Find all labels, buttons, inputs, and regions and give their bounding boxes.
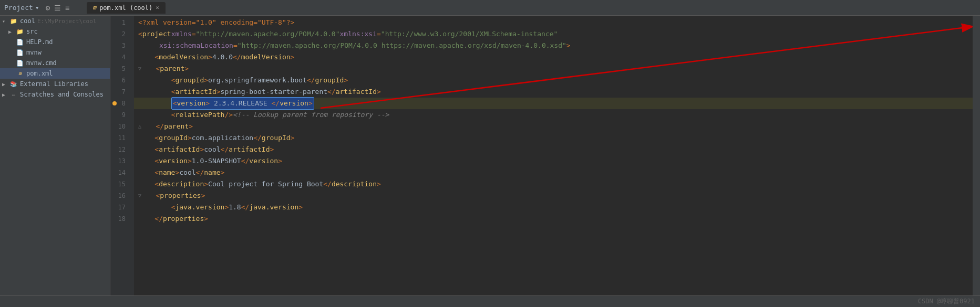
code-line-12: <artifactId> cool </artifactId>	[134, 144, 973, 155]
sidebar-item-cool-root[interactable]: ▾ 📁 cool E:\MyProject\cool	[0, 16, 110, 26]
line-num-1: 1	[110, 17, 130, 28]
sidebar-item-mvnw-cmd[interactable]: 📄 mvnw.cmd	[0, 58, 110, 68]
md-icon-help: 📄	[16, 38, 24, 46]
attr-xmlns-xsi: xmlns:xsi	[340, 28, 377, 40]
sidebar-item-scratches[interactable]: ▶ ✏ Scratches and Consoles	[0, 89, 110, 100]
sidebar-item-label-scratches: Scratches and Consoles	[20, 91, 104, 98]
cool-path: E:\MyProject\cool	[37, 18, 97, 25]
sidebar-item-label-cool: cool	[20, 17, 35, 25]
sidebar-item-label-pom: pom.xml	[26, 70, 53, 77]
settings-icon[interactable]: ⚙	[46, 4, 50, 12]
layout-icon[interactable]: ☰	[54, 4, 61, 12]
code-line-8: <version> 2.3.4.RELEASE </version>	[134, 98, 973, 109]
bracket-2a: <	[138, 28, 142, 40]
line-num-14: 14	[110, 167, 130, 178]
right-gutter	[973, 16, 980, 295]
line-num-16: 16	[110, 190, 130, 202]
pom-xml-tab[interactable]: m pom.xml (cool) ×	[87, 2, 166, 14]
file-icon-mvnw: 📄	[16, 48, 24, 57]
sidebar-item-src[interactable]: ▶ 📁 src	[0, 26, 110, 37]
sidebar-item-external-libs[interactable]: ▶ 📚 External Libraries	[0, 79, 110, 89]
sidebar-item-label-mvnwcmd: mvnw.cmd	[26, 59, 57, 67]
code-content[interactable]: <?xml version="1.0" encoding="UTF-8"?> <…	[134, 16, 973, 295]
tab-close-button[interactable]: ×	[156, 4, 159, 11]
line-num-15: 15	[110, 178, 130, 190]
folder-icon-cool: 📁	[9, 17, 18, 25]
sidebar-item-pom-xml[interactable]: m pom.xml	[0, 68, 110, 79]
tag-project: project	[142, 28, 171, 40]
sidebar-item-help-md[interactable]: 📄 HELP.md	[0, 37, 110, 47]
code-line-2: <project xmlns="http://maven.apache.org/…	[134, 28, 973, 40]
xml-tab-icon: m	[93, 4, 97, 11]
folder-icon-src: 📁	[16, 27, 24, 36]
fold-marker-5[interactable]: ▽	[138, 63, 141, 75]
code-line-18: </properties>	[134, 213, 973, 225]
line-num-13: 13	[110, 155, 130, 167]
tab-label: pom.xml (cool)	[99, 4, 152, 12]
sidebar-item-label-extlibs: External Libraries	[20, 80, 88, 88]
tab-bar: m pom.xml (cool) ×	[87, 2, 166, 14]
project-label-text: Project	[4, 4, 33, 12]
code-line-7: <artifactId> spring-boot-starter-parent …	[134, 86, 973, 98]
line-num-10: 10	[110, 121, 130, 132]
cmd-icon-mvnw: 📄	[16, 59, 24, 67]
line-num-12: 12	[110, 144, 130, 155]
line-numbers: 1 2 3 4 5 6 7 8 9 10 11 12 13 14 15 16 1…	[110, 16, 134, 295]
expand-arrow-src: ▶	[8, 29, 15, 35]
title-bar-left: Project ▾ ⚙ ☰ ≡ m pom.xml (cool) ×	[4, 2, 166, 14]
sidebar-item-mvnw[interactable]: 📄 mvnw	[0, 47, 110, 58]
xml-icon-pom: m	[16, 69, 24, 78]
sidebar-item-label-help: HELP.md	[26, 38, 53, 46]
code-line-10: △ </parent>	[134, 121, 973, 132]
sidebar: ▾ 📁 cool E:\MyProject\cool ▶ 📁 src 📄 HEL…	[0, 16, 110, 295]
code-line-11: <groupId> com.application </groupId>	[134, 132, 973, 144]
config-icon[interactable]: ≡	[65, 4, 69, 12]
version-highlight-box: <version> 2.3.4.RELEASE </version>	[171, 97, 314, 110]
line-num-9: 9	[110, 109, 130, 121]
line-num-8: 8	[110, 98, 130, 109]
line-num-18: 18	[110, 213, 130, 225]
code-line-6: <groupId> org.springframework.boot </gro…	[134, 75, 973, 86]
code-line-5: ▽ <parent>	[134, 63, 973, 75]
line-num-17: 17	[110, 202, 130, 213]
code-line-13: <version> 1.0-SNAPSHOT </version>	[134, 155, 973, 167]
line-num-5: 5	[110, 63, 130, 75]
project-dropdown-arrow: ▾	[35, 4, 39, 12]
code-line-4: <modelVersion> 4.0.0 </modelVersion>	[134, 51, 973, 63]
lib-icon-external: 📚	[9, 80, 18, 88]
code-line-3: xsi:schemaLocation="http://maven.apache.…	[134, 40, 973, 51]
title-bar: Project ▾ ⚙ ☰ ≡ m pom.xml (cool) ×	[0, 0, 980, 16]
xml-decl-1: <?xml version="1.0" encoding="UTF-8"?>	[138, 17, 294, 28]
line-num-3: 3	[110, 40, 130, 51]
code-line-9: <relativePath/> <!-- Lookup parent from …	[134, 109, 973, 121]
sidebar-item-label-src: src	[26, 28, 38, 35]
attr-xsi-schema: xsi:schemaLocation	[159, 40, 233, 51]
expand-arrow-scratches: ▶	[2, 92, 8, 98]
status-bar: CSDN @哼聊普0921	[0, 295, 980, 307]
main-layout: ▾ 📁 cool E:\MyProject\cool ▶ 📁 src 📄 HEL…	[0, 16, 980, 295]
line-num-2: 2	[110, 28, 130, 40]
line-num-11: 11	[110, 132, 130, 144]
fold-marker-16[interactable]: ▽	[138, 190, 141, 202]
code-line-1: <?xml version="1.0" encoding="UTF-8"?>	[134, 17, 973, 28]
project-dropdown[interactable]: Project ▾	[4, 4, 39, 12]
code-line-14: <name> cool </name>	[134, 167, 973, 178]
watermark-text: CSDN @哼聊普0921	[918, 297, 975, 306]
expand-arrow-cool: ▾	[2, 18, 8, 24]
code-line-16: ▽ <properties>	[134, 190, 973, 202]
line-num-4: 4	[110, 51, 130, 63]
fold-marker-10[interactable]: △	[138, 121, 141, 132]
line-num-7: 7	[110, 86, 130, 98]
sidebar-item-label-mvnw: mvnw	[26, 49, 42, 56]
toolbar-icons: ⚙ ☰ ≡	[46, 4, 70, 12]
attr-xmlns: xmlns	[171, 28, 192, 40]
editor-area[interactable]: 1 2 3 4 5 6 7 8 9 10 11 12 13 14 15 16 1…	[110, 16, 980, 295]
code-line-17: <java.version> 1.8 </java.version>	[134, 202, 973, 213]
code-line-15: <description> Cool project for Spring Bo…	[134, 178, 973, 190]
line-num-6: 6	[110, 75, 130, 86]
expand-arrow-extlibs: ▶	[2, 81, 8, 87]
scratch-icon: ✏	[9, 90, 18, 99]
